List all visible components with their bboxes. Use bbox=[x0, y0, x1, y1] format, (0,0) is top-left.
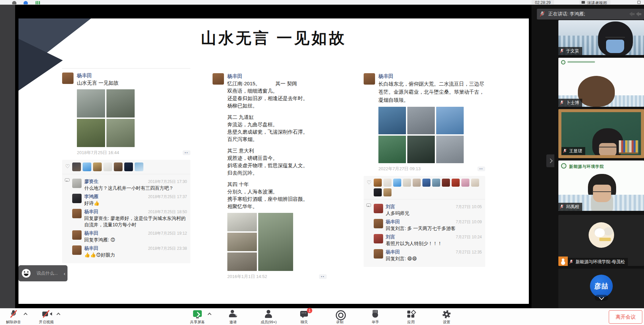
participant-name-label: 王昱珺 bbox=[561, 147, 585, 155]
comment-avatar bbox=[374, 204, 383, 213]
scroll-down-chevron-icon[interactable] bbox=[595, 295, 608, 301]
toolbar-聊天[interactable]: 1聊天 bbox=[293, 310, 315, 325]
comment-text: 看照片以为人特别少！！！ bbox=[386, 240, 482, 247]
comment-avatar bbox=[72, 230, 82, 240]
participant-avatar-circle: 彦喆 bbox=[590, 275, 613, 297]
post-body: 忆江南·2015。 其一 契阔双燕语，细细透窗几。还是春归如旧岁，相逢还是去年时… bbox=[227, 80, 327, 280]
comment-bubble-icon bbox=[366, 203, 371, 207]
arrow-icon[interactable] bbox=[636, 12, 641, 16]
post-likes: ♡ bbox=[364, 176, 485, 199]
mic-muted-icon bbox=[540, 11, 545, 17]
camera-status-icon[interactable] bbox=[24, 1, 28, 5]
comment-avatar bbox=[72, 209, 82, 218]
comment-time: 2018年7月25日 17:30 bbox=[148, 179, 187, 185]
settings-icon bbox=[442, 310, 451, 319]
like-avatar bbox=[413, 179, 421, 187]
post-author-avatar bbox=[364, 73, 375, 85]
post-text-line: 还是春归如旧岁，相逢还是去年时。 bbox=[227, 95, 327, 102]
collapse-left-icon[interactable]: ‹ bbox=[64, 271, 65, 276]
participant-feed-于文昊[interactable]: 于文昊 bbox=[558, 20, 644, 55]
emoji-icon[interactable] bbox=[22, 269, 31, 278]
like-avatar bbox=[403, 179, 411, 187]
comment-row: 刘言7月27日 10:05人多吗师兄 bbox=[374, 204, 482, 217]
leave-meeting-button[interactable]: 离开会议 bbox=[609, 310, 642, 324]
participant-feed-新能源与环境学院-母茂松[interactable]: 新能源与环境学院-母茂松 bbox=[558, 215, 644, 266]
notification-badge: 1 bbox=[307, 308, 312, 313]
view-mode-button[interactable]: 演讲者视图 bbox=[580, 0, 610, 5]
comment-author: 杨丰田 bbox=[84, 209, 98, 215]
participant-name: 于文昊 bbox=[566, 48, 579, 54]
toolbar-成员(99+)[interactable]: 成员(99+) bbox=[258, 310, 279, 325]
post-comments: 刘言7月27日 10:05人多吗师兄杨丰田7月27日 10:09回复刘言: 多 … bbox=[364, 199, 485, 267]
post-photo bbox=[227, 233, 257, 251]
participant-feed-彦喆[interactable]: 彦喆 bbox=[558, 269, 644, 308]
window-control-icon[interactable] bbox=[637, 1, 641, 4]
post-photo bbox=[106, 119, 135, 147]
post-text-line: 归去尚沉吟。 bbox=[227, 169, 327, 177]
comment-head: 杨丰田7月27日 12:35 bbox=[386, 249, 482, 255]
comment-main: 杨丰田2018年7月25日 18:50回复廖资生: 廖老师好，这是位于兴城水东沟… bbox=[84, 209, 187, 228]
comment-head: 杨丰田2018年7月25日 18:50 bbox=[84, 209, 187, 215]
comment-head: 刘言7月27日 10:24 bbox=[386, 234, 482, 240]
post-text-line: 杨柳已如丝。 bbox=[227, 102, 327, 109]
comment-row: 李鸿雁2018年7月25日 17:37好诗👍 bbox=[72, 194, 187, 206]
participant-feed-邱禹程[interactable]: 新能源与环境学院邱禹程 bbox=[558, 160, 644, 211]
comment-head: 杨丰田2018年7月25日 23:38 bbox=[84, 245, 187, 251]
comment-main: 刘言7月27日 10:05人多吗师兄 bbox=[386, 204, 482, 217]
record-icon bbox=[335, 310, 344, 319]
more-icon[interactable]: ·· bbox=[477, 167, 485, 171]
comment-bubble-icon bbox=[65, 178, 70, 182]
toolbar-应用[interactable]: 应用 bbox=[400, 310, 422, 325]
participant-name-label: 于文昊 bbox=[558, 47, 582, 55]
post-photo bbox=[227, 252, 257, 271]
comment-text: 人多吗师兄 bbox=[386, 210, 482, 217]
comment-time: 7月27日 10:09 bbox=[456, 219, 482, 225]
mic-muted-icon bbox=[560, 100, 564, 105]
toolbar-设置[interactable]: 设置 bbox=[436, 310, 457, 325]
comment-head: 杨丰田7月27日 10:09 bbox=[386, 219, 482, 225]
post-photo bbox=[436, 136, 464, 163]
meeting-toolbar: 解除静音开启视频 共享屏幕邀请成员(99+)1聊天录制举手应用设置 离开会议 bbox=[0, 308, 644, 325]
mic-muted-icon bbox=[560, 49, 564, 53]
feed-decoration bbox=[593, 185, 611, 202]
like-avatar bbox=[393, 179, 401, 187]
quick-chat-pill[interactable]: 说点什么... ‹ bbox=[18, 265, 67, 281]
more-icon[interactable]: ·· bbox=[319, 274, 327, 279]
chevron-up-icon[interactable] bbox=[208, 313, 211, 316]
comment-main: 杨丰田7月27日 10:09回复刘言: 多 一天两万七千多游客 bbox=[386, 219, 482, 232]
post-date: 2018年7月25日 16:44 bbox=[77, 150, 119, 156]
participant-feed-王昱珺[interactable]: 王昱珺 bbox=[558, 109, 644, 158]
post-author-name: 杨丰田 bbox=[77, 73, 92, 79]
post-photo bbox=[378, 107, 406, 134]
toolbar-录制[interactable]: 录制 bbox=[329, 310, 351, 325]
like-avatar bbox=[442, 179, 450, 187]
participant-name: 邱禹程 bbox=[566, 204, 579, 210]
post-text-line: 斜塔凌虚开物理，哲思深蕴复人文。 bbox=[227, 162, 327, 169]
comment-time: 2018年7月25日 17:37 bbox=[148, 194, 187, 200]
post-text-line: 分别久，人海各波澜。 bbox=[227, 188, 327, 195]
toolbar-共享屏幕[interactable]: 共享屏幕 bbox=[187, 310, 208, 325]
mic-muted-icon bbox=[569, 260, 573, 264]
post-text-line: 相聚忆华年。 bbox=[227, 203, 327, 210]
mic-status-icon[interactable] bbox=[12, 1, 16, 5]
toolbar-label: 设置 bbox=[443, 320, 450, 325]
comment-avatar bbox=[72, 194, 82, 203]
post-text-line: 山水无言 一见如故 bbox=[77, 79, 190, 87]
feed-decoration bbox=[567, 61, 595, 63]
toolbar-邀请[interactable]: 邀请 bbox=[222, 310, 244, 325]
chat-input-placeholder[interactable]: 说点什么... bbox=[37, 270, 58, 276]
toolbar-举手[interactable]: 举手 bbox=[365, 310, 386, 325]
share-status-icon[interactable] bbox=[36, 1, 40, 5]
post-photo bbox=[407, 136, 435, 163]
more-icon[interactable]: ·· bbox=[183, 150, 190, 155]
feed-decoration bbox=[619, 140, 638, 154]
participant-feed-卜士博[interactable]: 卜士博 bbox=[558, 58, 644, 107]
post-date: 2022年7月27日 09:13 bbox=[378, 166, 421, 172]
banner-arrows[interactable] bbox=[629, 12, 641, 16]
feed-decoration bbox=[561, 163, 566, 169]
sidebar-collapse-button[interactable] bbox=[546, 154, 554, 167]
post-text-line: 观胜迹，磅礴亘昔今。 bbox=[227, 154, 327, 162]
like-avatar bbox=[135, 162, 143, 171]
arrow-icon[interactable] bbox=[629, 12, 635, 16]
like-avatar bbox=[103, 162, 112, 171]
